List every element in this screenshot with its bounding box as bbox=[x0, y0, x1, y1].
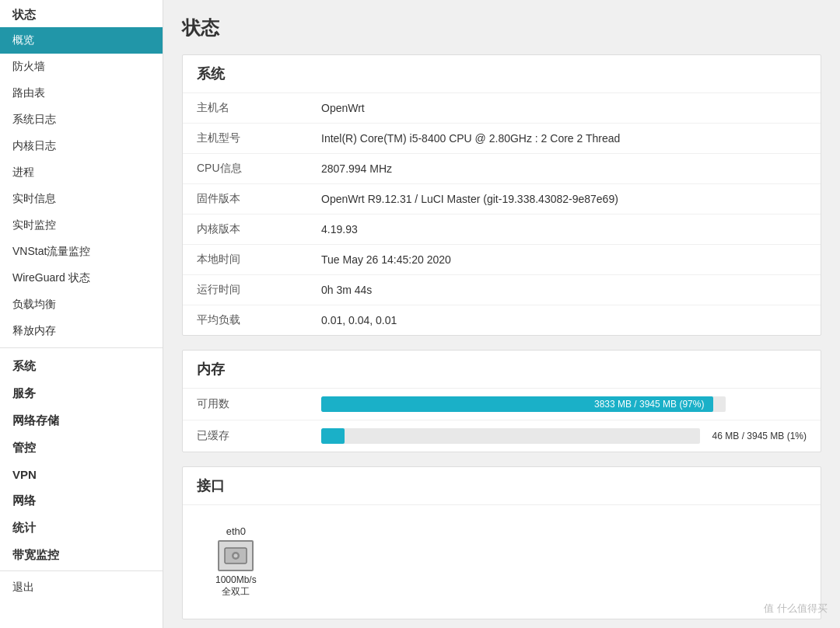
row-label: 固件版本 bbox=[183, 184, 307, 215]
sidebar-item-routes[interactable]: 路由表 bbox=[0, 80, 163, 106]
table-row: 本地时间 Tue May 26 14:45:20 2020 bbox=[183, 245, 821, 275]
memory-bar-wrap bbox=[321, 428, 700, 444]
row-value: 2807.994 MHz bbox=[307, 154, 821, 184]
sidebar-item-logout[interactable]: 退出 bbox=[0, 574, 163, 601]
row-value: 0.01, 0.04, 0.01 bbox=[307, 305, 821, 336]
memory-info-table: 可用数 3833 MB / 3945 MB (97%) 已缓存 46 M bbox=[183, 389, 821, 452]
page-title: 状态 bbox=[182, 16, 821, 40]
sidebar-section-status: 状态 bbox=[0, 0, 163, 27]
divider-2 bbox=[0, 570, 163, 571]
row-value: OpenWrt bbox=[307, 93, 821, 124]
table-row: 运行时间 0h 3m 44s bbox=[183, 275, 821, 305]
sidebar-item-realtime-monitor[interactable]: 实时监控 bbox=[0, 212, 163, 239]
sidebar-item-firewall[interactable]: 防火墙 bbox=[0, 54, 163, 80]
system-card-header: 系统 bbox=[183, 55, 821, 93]
row-label: 主机名 bbox=[183, 93, 307, 124]
row-label: 已缓存 bbox=[183, 420, 307, 452]
sidebar-item-syslog[interactable]: 系统日志 bbox=[0, 106, 163, 133]
row-label: CPU信息 bbox=[183, 154, 307, 184]
table-row: 内核版本 4.19.93 bbox=[183, 215, 821, 245]
svg-point-2 bbox=[234, 554, 238, 558]
memory-card: 内存 可用数 3833 MB / 3945 MB (97%) 已缓存 bbox=[182, 350, 821, 452]
eth-speed: 1000Mb/s bbox=[215, 574, 257, 585]
row-label: 可用数 bbox=[183, 389, 307, 420]
sidebar-section-netstorage[interactable]: 网络存储 bbox=[0, 406, 163, 433]
table-row: 已缓存 46 MB / 3945 MB (1%) bbox=[183, 420, 821, 452]
row-value: 46 MB / 3945 MB (1%) bbox=[307, 420, 821, 452]
row-value: 0h 3m 44s bbox=[307, 275, 821, 305]
sidebar-item-realtime-info[interactable]: 实时信息 bbox=[0, 186, 163, 212]
sidebar-section-network[interactable]: 网络 bbox=[0, 486, 163, 513]
eth-name: eth0 bbox=[226, 525, 246, 537]
row-label: 主机型号 bbox=[183, 124, 307, 154]
memory-bar-fill bbox=[321, 428, 345, 444]
sidebar-item-processes[interactable]: 进程 bbox=[0, 159, 163, 186]
table-row: 固件版本 OpenWrt R9.12.31 / LuCI Master (git… bbox=[183, 184, 821, 215]
memory-bar-fill: 3833 MB / 3945 MB (97%) bbox=[321, 396, 713, 412]
table-row: CPU信息 2807.994 MHz bbox=[183, 154, 821, 184]
system-card: 系统 主机名 OpenWrt 主机型号 Intel(R) Core(TM) i5… bbox=[182, 54, 821, 336]
eth-icon bbox=[218, 540, 254, 571]
sidebar: 状态 概览 防火墙 路由表 系统日志 内核日志 进程 实时信息 实时监控 VNS… bbox=[0, 0, 163, 628]
row-label: 运行时间 bbox=[183, 275, 307, 305]
sidebar-section-control[interactable]: 管控 bbox=[0, 433, 163, 460]
table-row: 可用数 3833 MB / 3945 MB (97%) bbox=[183, 389, 821, 420]
network-icon bbox=[223, 545, 248, 567]
row-value: Intel(R) Core(TM) i5-8400 CPU @ 2.80GHz … bbox=[307, 124, 821, 154]
watermark: 值 什么值得买 bbox=[764, 602, 828, 616]
sidebar-item-overview[interactable]: 概览 bbox=[0, 27, 163, 54]
memory-bar-label: 46 MB / 3945 MB (1%) bbox=[712, 431, 807, 441]
divider-1 bbox=[0, 347, 163, 348]
interface-item: eth0 1000Mb/s 全双工 bbox=[197, 513, 275, 611]
table-row: 主机名 OpenWrt bbox=[183, 93, 821, 124]
row-label: 本地时间 bbox=[183, 245, 307, 275]
main-content: 状态 系统 主机名 OpenWrt 主机型号 Intel(R) Core(TM)… bbox=[163, 0, 840, 628]
row-value: 4.19.93 bbox=[307, 215, 821, 245]
sidebar-item-loadbalance[interactable]: 负载均衡 bbox=[0, 291, 163, 318]
row-value: OpenWrt R9.12.31 / LuCI Master (git-19.3… bbox=[307, 184, 821, 215]
row-label: 平均负载 bbox=[183, 305, 307, 336]
system-info-table: 主机名 OpenWrt 主机型号 Intel(R) Core(TM) i5-84… bbox=[183, 93, 821, 335]
eth-duplex: 全双工 bbox=[222, 585, 250, 598]
sidebar-item-kernellog[interactable]: 内核日志 bbox=[0, 133, 163, 159]
sidebar-section-vpn[interactable]: VPN bbox=[0, 460, 163, 486]
interface-card: 接口 eth0 1000Mb/s 全双工 bbox=[182, 466, 821, 619]
sidebar-item-freemem[interactable]: 释放内存 bbox=[0, 318, 163, 344]
row-value: Tue May 26 14:45:20 2020 bbox=[307, 245, 821, 275]
sidebar-section-system[interactable]: 系统 bbox=[0, 351, 163, 379]
sidebar-item-wireguard[interactable]: WireGuard 状态 bbox=[0, 265, 163, 291]
sidebar-section-stats[interactable]: 统计 bbox=[0, 513, 163, 540]
table-row: 平均负载 0.01, 0.04, 0.01 bbox=[183, 305, 821, 336]
interface-card-header: 接口 bbox=[183, 467, 821, 505]
sidebar-section-services[interactable]: 服务 bbox=[0, 379, 163, 406]
memory-bar-wrap: 3833 MB / 3945 MB (97%) bbox=[321, 396, 726, 412]
memory-card-header: 内存 bbox=[183, 351, 821, 389]
row-label: 内核版本 bbox=[183, 215, 307, 245]
sidebar-section-bandwidth[interactable]: 带宽监控 bbox=[0, 540, 163, 567]
sidebar-item-vnstat[interactable]: VNStat流量监控 bbox=[0, 239, 163, 265]
row-value: 3833 MB / 3945 MB (97%) bbox=[307, 389, 821, 420]
table-row: 主机型号 Intel(R) Core(TM) i5-8400 CPU @ 2.8… bbox=[183, 124, 821, 154]
